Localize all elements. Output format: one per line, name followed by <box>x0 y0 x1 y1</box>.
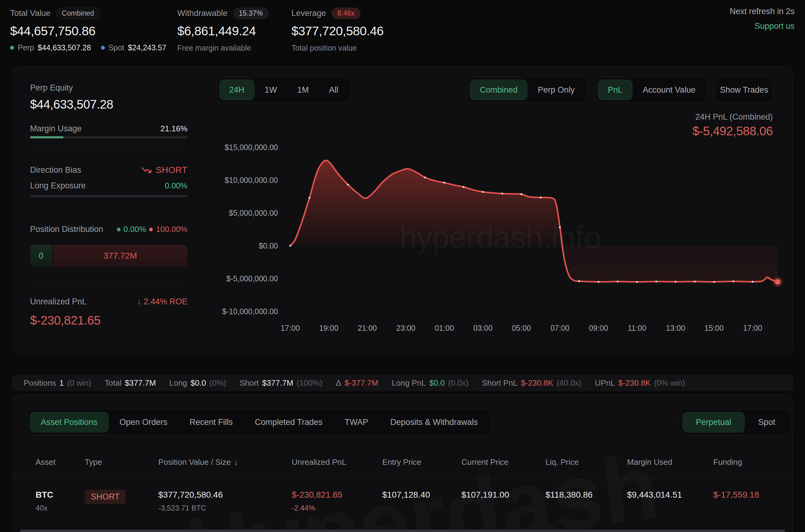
col-entry-price[interactable]: Entry Price <box>382 457 461 467</box>
positions-table-header: Asset Type Position Value / Size↓ Unreal… <box>13 457 792 467</box>
range-1w-button[interactable]: 1W <box>255 79 287 100</box>
tab-deposits-withdrawals[interactable]: Deposits & Withdrawals <box>379 412 489 433</box>
tab-open-orders[interactable]: Open Orders <box>109 412 178 433</box>
perp-label: Perp <box>18 43 34 52</box>
range-24h-button[interactable]: 24H <box>219 79 255 100</box>
y-tick-label: $0.00 <box>178 241 278 250</box>
short-legend-dot-icon <box>149 228 153 231</box>
row-margin-used: $9,443,014.51 <box>627 490 713 500</box>
margin-usage-label: Margin Usage <box>30 124 82 133</box>
distribution-long-segment: 0 <box>30 245 52 267</box>
stat-withdrawable: Withdrawable 15.37% $6,861,449.24 Free m… <box>177 6 269 53</box>
row-liq-price: $118,380.86 <box>545 490 627 500</box>
withdrawable-amount: $6,861,449.24 <box>177 24 269 38</box>
tab-completed-trades[interactable]: Completed Trades <box>244 412 334 433</box>
metric-account-value-button[interactable]: Account Value <box>633 79 706 100</box>
col-liq-price[interactable]: Liq. Price <box>545 457 627 467</box>
asset-leverage: 40x <box>36 504 85 512</box>
mode-combined-button[interactable]: Combined <box>470 79 528 100</box>
long-exposure-label: Long Exposure <box>30 181 86 191</box>
perp-dot-icon <box>10 46 14 50</box>
spot-value: $24,243.57 <box>128 43 166 52</box>
margin-usage-row: Margin Usage 21.16% <box>30 124 188 133</box>
row-funding: $-17,559.18 <box>713 490 792 500</box>
withdrawable-label: Withdrawable <box>177 8 228 18</box>
direction-bias-row: Direction Bias SHORT <box>30 165 188 175</box>
trending-down-icon <box>142 167 152 174</box>
row-current-price: $107,191.00 <box>461 490 545 500</box>
market-spot-button[interactable]: Spot <box>745 412 789 433</box>
hyperdash-dashboard: Total Value Combined $44,657,750.86 Perp… <box>0 0 805 532</box>
summary-total: Total$377.7M <box>104 378 156 388</box>
col-asset[interactable]: Asset <box>36 457 85 467</box>
x-tick-label: 05:00 <box>497 323 546 332</box>
leverage-label: Leverage <box>291 8 326 18</box>
col-current-price[interactable]: Current Price <box>461 457 545 467</box>
horizontal-scrollbar[interactable] <box>20 530 785 532</box>
x-tick-label: 17:00 <box>728 323 777 332</box>
long-legend-dot-icon <box>117 228 120 231</box>
long-exposure-value: 0.00% <box>165 181 188 191</box>
time-range-selector: 24H 1W 1M All <box>216 77 351 103</box>
range-all-button[interactable]: All <box>319 79 348 100</box>
x-tick-label: 21:00 <box>343 323 392 332</box>
total-value-label: Total Value <box>10 8 51 18</box>
col-funding[interactable]: Funding <box>713 457 792 467</box>
x-tick-label: 09:00 <box>574 323 623 332</box>
sort-down-icon: ↓ <box>234 457 238 467</box>
col-type[interactable]: Type <box>85 457 158 467</box>
long-percent: 0.00% <box>123 225 146 234</box>
x-tick-label: 07:00 <box>535 323 584 332</box>
asset-symbol: BTC <box>36 490 85 500</box>
y-tick-label: $-5,000,000.00 <box>178 274 278 283</box>
position-value: $377,720,580.46 <box>158 490 292 500</box>
tab-twap[interactable]: TWAP <box>333 412 379 433</box>
support-us-link[interactable]: Support us <box>754 21 794 31</box>
summary-long: Long$0.0(0%) <box>169 378 226 388</box>
mode-perp-only-button[interactable]: Perp Only <box>528 79 585 100</box>
market-perpetual-button[interactable]: Perpetual <box>682 412 745 433</box>
portfolio-card: Perp Equity $44,633,507.28 Margin Usage … <box>12 66 793 356</box>
distribution-short-amount: 377.72M <box>104 251 137 261</box>
spot-dot-icon <box>101 46 105 50</box>
chart-pnl-label: 24H PnL (Combined) <box>692 112 773 122</box>
leverage-caption: Total position value <box>291 43 383 53</box>
unrealized-pnl-label: Unrealized PnL <box>30 297 87 306</box>
row-entry-price: $107,128.40 <box>382 490 461 500</box>
roe-value: 2.44% ROE <box>143 297 188 306</box>
show-trades-button[interactable]: Show Trades <box>714 77 774 103</box>
position-distribution-label: Position Distribution <box>30 225 103 234</box>
row-unrealized-pnl: $-230,821.65 <box>292 490 382 500</box>
col-position-value[interactable]: Position Value / Size↓ <box>158 457 292 467</box>
perp-equity-value: $44,633,507.28 <box>30 98 113 111</box>
position-size: -3,523.71 BTC <box>158 504 292 512</box>
x-tick-label: 11:00 <box>612 323 662 332</box>
y-tick-label: $5,000,000.00 <box>178 208 278 217</box>
position-row-btc[interactable]: BTC 40x SHORT $377,720,580.46 -3,523.71 … <box>13 490 792 512</box>
unrealized-pnl-row: Unrealized PnL ↓ 2.44% ROE <box>30 297 188 306</box>
perp-equity-label: Perp Equity <box>30 83 73 93</box>
roe-down-arrow-icon: ↓ <box>137 297 141 306</box>
unrealized-pnl-value: $-230,821.65 <box>30 314 101 327</box>
summary-upnl: UPnL$-230.8K(0% win) <box>595 378 685 388</box>
x-tick-label: 15:00 <box>690 323 739 332</box>
range-1m-button[interactable]: 1M <box>287 79 319 100</box>
tab-recent-fills[interactable]: Recent Fills <box>178 412 244 433</box>
tab-asset-positions[interactable]: Asset Positions <box>30 412 109 433</box>
row-unrealized-pnl-pct: -2.44% <box>292 504 382 512</box>
pnl-chart[interactable] <box>286 138 786 322</box>
x-tick-label: 01:00 <box>420 323 469 332</box>
stat-leverage: Leverage 8.46x $377,720,580.46 Total pos… <box>291 6 383 53</box>
metric-pnl-button[interactable]: PnL <box>598 79 633 100</box>
stat-total-value: Total Value Combined $44,657,750.86 Perp… <box>10 6 172 52</box>
col-unrealized-pnl[interactable]: Unrealized PnL <box>292 457 382 467</box>
metric-toggle: PnL Account Value <box>595 77 708 103</box>
perp-equity-section: Perp Equity <box>30 83 188 93</box>
margin-usage-value: 21.16% <box>160 124 188 133</box>
summary-long-pnl: Long PnL$0.0(0.0x) <box>392 378 468 388</box>
withdrawable-caption: Free margin available <box>177 43 269 53</box>
summary-positions: Positions1(0 win) <box>24 378 91 388</box>
total-value-amount: $44,657,750.86 <box>10 24 172 38</box>
position-distribution-bar: 0 377.72M <box>30 245 188 267</box>
col-margin-used[interactable]: Margin Used <box>627 457 713 467</box>
